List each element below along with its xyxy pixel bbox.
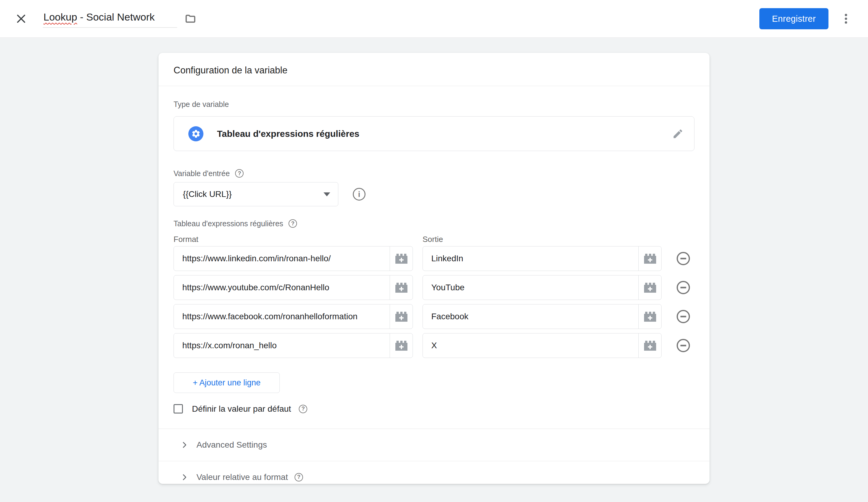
edit-type-button[interactable] [671,127,685,141]
variable-brick-icon [395,282,408,293]
gear-icon [191,129,201,139]
dropdown-arrow-icon [323,192,330,196]
input-variable-label-text: Variable d'entrée [174,169,230,178]
kebab-menu-icon [839,12,852,26]
insert-variable-button[interactable] [638,333,661,358]
remove-row-button[interactable] [676,310,690,323]
more-options-button[interactable] [839,11,853,26]
format-input[interactable]: https://www.facebook.com/ronanhelloforma… [174,304,413,329]
output-input[interactable]: YouTube [423,275,662,300]
help-icon[interactable]: ? [299,405,307,413]
output-input[interactable]: Facebook [423,304,662,329]
variable-name-field[interactable]: Lookup - Social Network [43,10,177,28]
regex-table-row: https://www.youtube.com/c/RonanHello [174,275,694,300]
add-row-button[interactable]: + Ajouter une ligne [174,372,280,393]
main-content: Configuration de la variable Type de var… [0,38,868,484]
variable-config-card: Configuration de la variable Type de var… [158,53,710,484]
input-variable-select[interactable]: {{Click URL}} [174,182,338,206]
variable-brick-icon [395,253,408,264]
pencil-icon [672,128,684,140]
expander-label: Advanced Settings [196,440,267,450]
format-input[interactable]: https://www.youtube.com/c/RonanHello [174,275,413,300]
chevron-right-icon [180,473,189,481]
insert-variable-button[interactable] [638,304,661,329]
insert-variable-button[interactable] [638,247,661,271]
format-input-value[interactable]: https://www.linkedin.com/in/ronan-hello/ [174,247,390,271]
variable-type-label-text: Type de variable [174,100,229,109]
output-input-value[interactable]: LinkedIn [423,247,638,271]
info-icon: i [358,190,360,199]
close-button[interactable] [14,11,28,26]
format-input[interactable]: https://www.linkedin.com/in/ronan-hello/ [174,246,413,271]
help-glyph: ? [297,474,300,480]
card-title: Configuration de la variable [158,53,710,86]
variable-brick-icon [643,340,657,351]
close-icon [15,13,27,25]
insert-variable-button[interactable] [390,333,413,358]
output-input-value[interactable]: X [423,333,638,358]
remove-row-button[interactable] [676,339,690,352]
expander-advanced-settings[interactable]: Advanced Settings [158,429,710,461]
regex-table-row: https://www.linkedin.com/in/ronan-hello/ [174,246,694,271]
format-column-header: Format [174,235,413,242]
help-icon[interactable]: ? [294,473,303,481]
variable-brick-icon [643,282,657,293]
regex-table-row: https://www.facebook.com/ronanhelloforma… [174,304,694,329]
help-glyph: ? [301,406,305,412]
variable-brick-icon [643,311,657,322]
expander-valeur-relative[interactable]: Valeur relative au format ? [158,461,710,484]
insert-variable-button[interactable] [638,275,661,300]
input-variable-value: {{Click URL}} [183,189,323,199]
regex-table-label-text: Tableau d'expressions régulières [174,219,283,228]
regex-table-headers: Format Sortie [174,235,694,242]
save-button[interactable]: Enregistrer [760,8,828,29]
default-value-row: Définir la valeur par défaut ? [174,404,694,414]
topbar: Lookup - Social Network Enregistrer [0,0,868,38]
variable-type-value: Tableau d'expressions régulières [217,129,360,139]
variable-type-label: Type de variable [174,100,694,109]
insert-variable-button[interactable] [390,247,413,271]
folder-icon [184,13,197,25]
variable-brick-icon [395,340,408,351]
variable-brick-icon [643,253,657,264]
regex-table-label: Tableau d'expressions régulières ? [174,219,694,228]
variable-brick-icon [395,311,408,322]
help-icon[interactable]: ? [235,169,244,178]
expanders-section: Advanced Settings Valeur relative au for… [158,429,710,484]
default-value-checkbox[interactable] [174,404,183,413]
folder-button[interactable] [183,11,198,26]
format-input[interactable]: https://x.com/ronan_hello [174,333,413,358]
help-glyph: ? [291,221,294,227]
variable-type-badge [188,126,204,141]
variable-type-selector[interactable]: Tableau d'expressions régulières [174,116,694,151]
output-input-value[interactable]: YouTube [423,275,638,300]
input-variable-label: Variable d'entrée ? [174,169,694,178]
format-input-value[interactable]: https://www.youtube.com/c/RonanHello [174,275,390,300]
variable-name-text-rest: - Social Network [77,11,155,23]
variable-name-text: Lookup [43,11,77,23]
insert-variable-button[interactable] [390,275,413,300]
output-column-header: Sortie [423,235,443,242]
default-value-label: Définir la valeur par défaut [192,404,291,414]
help-glyph: ? [238,170,241,177]
regex-table-rows: https://www.linkedin.com/in/ronan-hello/ [174,246,694,358]
chevron-right-icon [180,441,189,449]
remove-row-button[interactable] [676,252,690,265]
output-input[interactable]: LinkedIn [423,246,662,271]
regex-table-row: https://x.com/ronan_hello [174,333,694,358]
output-input[interactable]: X [423,333,662,358]
output-input-value[interactable]: Facebook [423,304,638,329]
remove-row-button[interactable] [676,281,690,294]
help-icon[interactable]: ? [289,219,297,228]
format-input-value[interactable]: https://www.facebook.com/ronanhelloforma… [174,304,390,329]
insert-variable-button[interactable] [390,304,413,329]
format-input-value[interactable]: https://x.com/ronan_hello [174,333,390,358]
expander-label: Valeur relative au format [196,472,288,482]
info-button[interactable]: i [353,188,365,201]
